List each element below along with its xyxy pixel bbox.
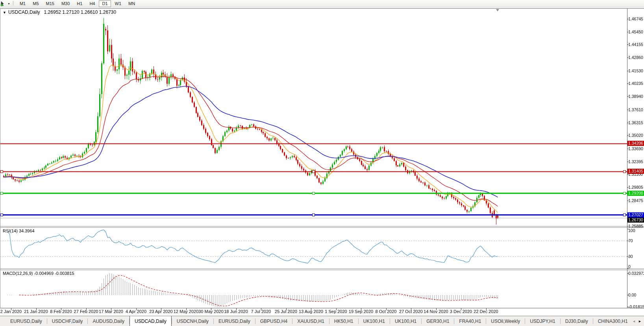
timeframe-buttons: M1M5M15M30H1H4D1W1MN <box>16 0 139 7</box>
symbol-tab-uk100-h1[interactable]: UK100,H1 <box>390 316 421 326</box>
timeframe-toolbar: ▼ M1M5M15M30H1H4D1W1MN <box>0 0 644 7</box>
tab-scroll-left-icon[interactable]: ◄ <box>632 319 636 323</box>
price-axis-label: 1.41530 <box>628 68 643 73</box>
symbol-tab-eurusd-daily[interactable]: EURUSD,Daily <box>6 316 47 326</box>
price-axis-label: 1.38940 <box>628 94 643 99</box>
price-axis-label: 1.29805 <box>628 185 643 190</box>
symbol-tab-hk50-h1[interactable]: HK50,H1 <box>329 316 358 326</box>
timeframe-button-mn[interactable]: MN <box>125 0 138 7</box>
rsi-indicator-label: RSI(14) 34.3964 <box>3 228 35 233</box>
chart-symbol-period: USDCAD,Daily <box>8 9 40 15</box>
macd-indicator-label: MACD(12,26,9) -0.004969 -0.003815 <box>3 271 74 276</box>
chart-title: ▼USDCAD,Daily1.26952 1.27120 1.26610 1.2… <box>3 9 116 15</box>
price-axis-label: 1.35020 <box>628 133 643 138</box>
price-axis-label: 1.32395 <box>628 159 643 164</box>
timeframe-button-h4[interactable]: H4 <box>86 0 98 7</box>
symbol-tab-usdcad-daily[interactable]: USDCAD,Daily <box>130 316 172 326</box>
rsi-axis-label: 30 <box>628 254 633 259</box>
timeframe-button-w1[interactable]: W1 <box>112 0 125 7</box>
symbol-tab-usdcnh-daily[interactable]: USDCNH,Daily <box>172 316 213 326</box>
chart-window-top-border <box>0 8 644 9</box>
price-axis-label: 1.45450 <box>628 29 643 34</box>
date-axis-label: 19 Sep 2020 <box>349 309 373 314</box>
price-badge: 1.34206 <box>627 141 644 146</box>
symbol-tab-ger30-h1[interactable]: GER30,H1 <box>422 316 454 326</box>
price-badge: 1.29208 <box>627 191 644 196</box>
date-axis-label: 25 Jul 2020 <box>275 309 297 314</box>
price-axis-label: 1.33690 <box>628 146 643 151</box>
date-axis-label: 23 Apr 2020 <box>149 309 172 314</box>
timeframe-button-m1[interactable]: M1 <box>17 0 29 7</box>
timeframe-button-d1[interactable]: D1 <box>99 0 111 7</box>
price-axis-label: 1.42860 <box>628 55 643 60</box>
rsi-axis-label: 70 <box>628 238 633 243</box>
chart-title-caret-icon: ▼ <box>3 11 6 15</box>
date-axis-label: 27 Oct 2020 <box>399 309 423 314</box>
macd-axis-label: -0.018154 <box>628 304 644 309</box>
macd-axis-label: 0.00 <box>628 293 636 297</box>
price-axis-label: 1.46745 <box>628 17 643 21</box>
symbol-tab-xauusd-h1[interactable]: XAUUSD,H1 <box>292 316 329 326</box>
date-axis-label: 12 May 2020 <box>174 309 199 314</box>
date-axis-label: 4 Apr 2020 <box>126 309 146 314</box>
date-axis-label: 22 Dec 2020 <box>474 309 498 314</box>
symbol-tab-china300-h1[interactable]: CHINA300,H1 <box>593 316 633 326</box>
price-badge: 1.27027 <box>627 212 644 217</box>
symbol-tab-usoil-weekly[interactable]: USOil,Weekly <box>486 316 525 326</box>
date-axis-label: 30 May 2020 <box>198 309 224 314</box>
price-badge: 1.26730 <box>627 217 644 223</box>
toolbar-grip <box>13 1 14 6</box>
date-axis-label: 2 Jan 2020 <box>0 309 22 314</box>
price-axis-label: 1.40235 <box>628 81 643 86</box>
timeframe-button-m15[interactable]: M15 <box>43 0 57 7</box>
symbol-tab-usdchf-daily[interactable]: USDCHF,Daily <box>47 316 88 326</box>
price-axis-label: 1.28475 <box>628 198 643 203</box>
date-axis-label: 7 Jul 2020 <box>251 309 271 314</box>
symbol-tab-eurusd-daily[interactable]: EURUSD,Daily <box>214 316 255 326</box>
date-axis-label: 17 Mar 2020 <box>99 309 123 314</box>
date-axis-label: 27 Feb 2020 <box>74 309 98 314</box>
symbol-tab-dj30-daily[interactable]: DJ30,Daily <box>561 316 593 326</box>
price-axis-label: 1.37610 <box>628 107 643 112</box>
date-axis-label: 8 Oct 2020 <box>376 309 397 314</box>
chart-ohlc-values: 1.26952 1.27120 1.26610 1.26730 <box>44 9 117 15</box>
symbol-tab-audusd-daily[interactable]: AUDUSD,Daily <box>88 316 129 326</box>
rsi-axis-label: 100 <box>628 228 635 233</box>
price-axis-label: 1.36315 <box>628 120 643 125</box>
price-axis-label: 1.44155 <box>628 42 643 47</box>
tab-scroll-right-icon[interactable]: ► <box>638 319 642 323</box>
symbol-tab-fra40-h1[interactable]: FRA40,H1 <box>454 316 486 326</box>
date-axis-label: 3 Dec 2020 <box>450 309 472 314</box>
price-chart-canvas[interactable] <box>0 0 644 326</box>
symbol-tab-gbpusd-h4[interactable]: GBPUSD,H4 <box>255 316 292 326</box>
date-axis-label: 8 Feb 2020 <box>50 309 72 314</box>
tab-scroll-arrows: ◄ ► <box>630 316 644 326</box>
rsi-axis-label: 0 <box>628 264 631 269</box>
timeframe-button-m30[interactable]: M30 <box>58 0 73 7</box>
date-axis-label: 1 Sep 2020 <box>325 309 347 314</box>
timeframe-button-h1[interactable]: H1 <box>74 0 85 7</box>
price-badge: 1.31405 <box>627 169 644 174</box>
toolbar-dropdown-caret[interactable]: ▼ <box>7 2 10 5</box>
date-axis-label: 18 Jun 2020 <box>224 309 248 314</box>
symbol-tab-bar: EURUSD,DailyUSDCHF,DailyAUDUSD,DailyUSDC… <box>0 316 644 326</box>
chart-window-left-border <box>0 8 0 308</box>
chart-cursor-icon[interactable] <box>0 1 7 6</box>
macd-axis-label: 0.032972 <box>628 271 644 276</box>
trading-platform-window: ▼ M1M5M15M30H1H4D1W1MN ▼USDCAD,Daily1.26… <box>0 0 644 326</box>
date-axis-label: 13 Aug 2020 <box>299 309 323 314</box>
symbol-tab-usdjpy-h1[interactable]: USDJPY,H1 <box>525 316 560 326</box>
date-axis-label: 21 Jan 2020 <box>24 309 48 314</box>
date-axis-label: 14 Nov 2020 <box>424 309 448 314</box>
symbol-tab-uk100-h1[interactable]: UK100,H1 <box>359 316 390 326</box>
timeframe-button-m5[interactable]: M5 <box>30 0 42 7</box>
